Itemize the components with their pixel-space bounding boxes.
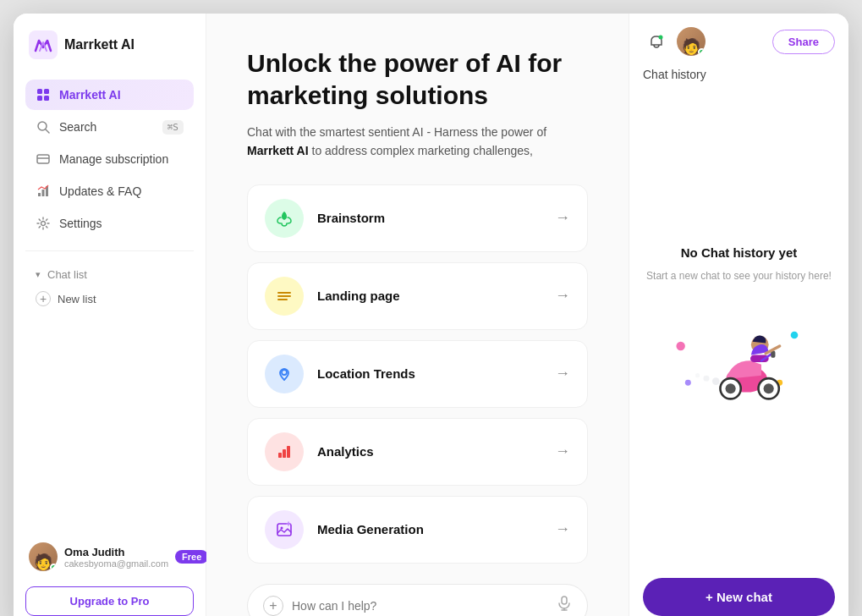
- svg-rect-18: [283, 449, 286, 458]
- feature-card-analytics[interactable]: Analytics →: [247, 418, 588, 486]
- svg-point-38: [711, 377, 719, 385]
- svg-point-27: [790, 332, 798, 339]
- right-header: 🧑 Share: [643, 27, 835, 56]
- chat-input-bar[interactable]: +: [247, 584, 588, 616]
- chevron-down-icon: ▾: [36, 269, 41, 280]
- page-title: Unlock the power of AI for marketing sol…: [247, 47, 588, 111]
- analytics-label: Analytics: [317, 444, 541, 459]
- brainstorm-arrow-icon: →: [555, 209, 570, 227]
- microphone-icon[interactable]: [557, 596, 572, 615]
- subtitle-bold: Marrkett AI: [247, 144, 309, 157]
- svg-point-25: [659, 36, 663, 40]
- landing-page-icon: [265, 277, 304, 316]
- sidebar-item-search[interactable]: Search ⌘S: [25, 112, 194, 142]
- svg-point-12: [41, 222, 46, 226]
- user-avatar-right[interactable]: 🧑: [677, 27, 706, 56]
- sidebar-nav: Marrkett AI Search ⌘S Manage subscriptio…: [25, 80, 194, 239]
- user-online-dot: [698, 48, 706, 56]
- new-list-label: New list: [58, 293, 96, 305]
- subtitle-end: to address complex marketing challenges,: [309, 144, 533, 157]
- chat-list-section[interactable]: ▾ Chat list: [25, 263, 194, 286]
- subtitle-plain: Chat with the smartest sentient AI - Har…: [247, 125, 546, 139]
- sidebar-item-settings-label: Settings: [59, 217, 102, 230]
- location-trends-icon: [265, 355, 304, 393]
- svg-point-21: [281, 526, 283, 529]
- logo-row: Marrkett AI: [25, 30, 194, 59]
- sidebar: Marrkett AI Marrkett AI Search ⌘S: [14, 14, 206, 616]
- page-subtitle: Chat with the smartest sentient AI - Har…: [247, 123, 588, 161]
- svg-rect-3: [37, 96, 42, 101]
- avatar: 🧑: [29, 542, 58, 571]
- plan-badge: Free: [175, 550, 208, 564]
- svg-point-40: [695, 373, 700, 377]
- card-icon: [36, 151, 51, 167]
- right-panel: 🧑 Share Chat history No Chat history yet…: [629, 14, 848, 616]
- sidebar-item-marrkett-ai[interactable]: Marrkett AI: [25, 80, 194, 110]
- share-button[interactable]: Share: [772, 30, 835, 54]
- media-generation-icon: [265, 510, 304, 549]
- new-list-button[interactable]: + New list: [25, 286, 194, 311]
- feature-card-landing-page[interactable]: Landing page →: [247, 262, 588, 330]
- svg-line-6: [46, 129, 49, 133]
- no-history-subtitle: Start a new chat to see your history her…: [646, 268, 832, 283]
- sidebar-item-search-label: Search: [59, 120, 96, 134]
- svg-rect-9: [38, 193, 41, 196]
- svg-point-36: [763, 383, 773, 393]
- brainstorm-icon: [265, 199, 304, 238]
- brainstorm-label: Brainstorm: [317, 211, 541, 225]
- attach-button[interactable]: +: [263, 596, 283, 616]
- media-generation-label: Media Generation: [317, 522, 541, 536]
- svg-point-26: [676, 342, 684, 350]
- plus-icon: +: [36, 291, 51, 306]
- location-trends-label: Location Trends: [317, 366, 541, 381]
- new-chat-button[interactable]: + New chat: [643, 578, 835, 616]
- no-history-title: No Chat history yet: [681, 245, 798, 260]
- analytics-icon: [265, 432, 304, 471]
- feature-card-brainstorm[interactable]: Brainstorm →: [247, 184, 588, 252]
- gear-icon: [36, 216, 51, 231]
- svg-rect-4: [44, 96, 49, 101]
- user-name: Oma Judith: [64, 546, 168, 558]
- svg-rect-7: [37, 155, 49, 163]
- location-trends-arrow-icon: →: [555, 365, 570, 382]
- svg-rect-0: [29, 30, 58, 59]
- svg-point-16: [282, 370, 287, 375]
- online-indicator: [50, 564, 58, 571]
- svg-rect-22: [562, 597, 567, 604]
- svg-rect-10: [42, 190, 45, 196]
- user-email: cakesbyoma@gmail.com: [64, 558, 168, 569]
- search-icon: [36, 119, 51, 135]
- updates-icon: [36, 184, 51, 199]
- svg-point-34: [725, 383, 735, 393]
- main-panel: Unlock the power of AI for marketing sol…: [206, 14, 629, 616]
- sidebar-divider: [25, 250, 194, 251]
- sidebar-item-manage-subscription[interactable]: Manage subscription: [25, 144, 194, 174]
- chat-list-label: Chat list: [47, 268, 87, 281]
- media-generation-arrow-icon: →: [555, 520, 570, 538]
- svg-rect-1: [37, 89, 42, 94]
- landing-page-arrow-icon: →: [555, 287, 570, 305]
- grid-icon: [36, 87, 51, 102]
- svg-point-29: [684, 380, 690, 386]
- sidebar-item-updates-faq-label: Updates & FAQ: [59, 184, 141, 198]
- logo-text: Marrkett AI: [64, 37, 135, 52]
- no-history-area: No Chat history yet Start a new chat to …: [643, 93, 835, 564]
- chat-history-label: Chat history: [643, 68, 835, 81]
- analytics-arrow-icon: →: [555, 443, 570, 460]
- feature-card-location-trends[interactable]: Location Trends →: [247, 340, 588, 408]
- notification-icon-button[interactable]: [643, 28, 670, 55]
- sidebar-item-settings[interactable]: Settings: [25, 208, 194, 239]
- sidebar-item-manage-subscription-label: Manage subscription: [59, 152, 168, 166]
- search-shortcut: ⌘S: [162, 120, 184, 135]
- landing-page-label: Landing page: [317, 289, 541, 303]
- sidebar-item-marrkett-ai-label: Marrkett AI: [59, 88, 121, 102]
- sidebar-item-updates-faq[interactable]: Updates & FAQ: [25, 176, 194, 206]
- feature-card-media-generation[interactable]: Media Generation →: [247, 496, 588, 564]
- upgrade-to-pro-button[interactable]: Upgrade to Pro: [25, 586, 194, 616]
- svg-point-39: [703, 376, 709, 382]
- svg-rect-19: [287, 446, 290, 458]
- sidebar-footer: 🧑 Oma Judith cakesbyoma@gmail.com Free U…: [25, 536, 194, 616]
- feature-list: Brainstorm → Landing page → Location Tre…: [247, 184, 588, 564]
- chat-input[interactable]: [292, 599, 548, 613]
- user-row: 🧑 Oma Judith cakesbyoma@gmail.com Free: [25, 536, 194, 578]
